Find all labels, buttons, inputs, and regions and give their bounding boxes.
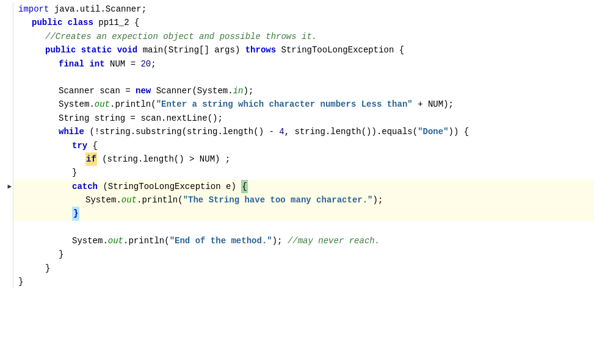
code-text: Scanner(System. xyxy=(151,84,233,98)
line-content: //Creates an expection object and possib… xyxy=(13,30,594,43)
line-content: } xyxy=(13,248,594,261)
code-text: ; xyxy=(151,57,156,71)
code-text: } xyxy=(18,275,23,288)
code-text: (!string.substring(string.length() - xyxy=(84,125,279,138)
code-line: System.out.println("End of the method.")… xyxy=(0,234,594,248)
number-literal: 4 xyxy=(279,125,284,138)
line-gutter xyxy=(0,221,13,234)
code-line: String string = scan.nextLine(); xyxy=(0,112,594,125)
code-line: public class pp11_2 { xyxy=(0,16,594,29)
line-gutter xyxy=(0,112,13,125)
string-literal: "Enter a string which character numbers … xyxy=(156,98,413,111)
code-text: ); xyxy=(272,234,283,248)
line-gutter xyxy=(0,262,13,275)
field-out: out xyxy=(108,234,123,248)
field-in: in xyxy=(233,84,244,98)
line-gutter xyxy=(0,234,13,248)
code-line: final int NUM = 20; xyxy=(0,57,594,71)
code-line-catch: ▶ catch (StringTooLongException e) { xyxy=(0,180,594,193)
line-content: } xyxy=(13,166,594,179)
line-content: public class pp11_2 { xyxy=(13,16,594,29)
code-editor: import java.util.Scanner; public class p… xyxy=(0,0,594,291)
code-line xyxy=(0,221,594,234)
line-gutter xyxy=(0,152,13,166)
code-text: } xyxy=(45,262,50,275)
line-gutter xyxy=(0,98,13,111)
keyword-final: final xyxy=(59,57,84,71)
code-text xyxy=(76,43,81,57)
code-text: (StringTooLongException e) xyxy=(98,180,241,193)
line-content: if (string.length() > NUM) ; xyxy=(13,152,594,166)
code-text: ); xyxy=(243,84,253,98)
code-text xyxy=(62,16,67,29)
code-text: System. xyxy=(85,193,121,207)
code-line: } xyxy=(0,166,594,179)
catch-brace: { xyxy=(241,180,247,193)
code-text: Scanner scan = xyxy=(59,84,136,98)
line-content: Scanner scan = new Scanner(System.in); xyxy=(13,84,594,98)
line-gutter xyxy=(0,30,13,43)
line-content: final int NUM = 20; xyxy=(13,57,594,71)
line-content: } xyxy=(13,262,594,275)
code-text: System. xyxy=(72,234,108,248)
line-gutter: ▶ xyxy=(0,180,13,193)
line-content: while (!string.substring(string.length()… xyxy=(13,125,594,138)
line-gutter xyxy=(0,125,13,138)
code-text: + NUM); xyxy=(413,98,454,111)
code-text: .println( xyxy=(137,193,183,207)
code-text: } xyxy=(72,166,77,179)
code-line xyxy=(0,71,594,84)
line-gutter xyxy=(0,166,13,179)
gutter-arrow: ▶ xyxy=(7,182,12,193)
line-content: public static void main(String[] args) t… xyxy=(13,43,594,57)
code-text: pp11_2 { xyxy=(93,16,140,29)
keyword-if-highlighted: if xyxy=(85,152,97,166)
keyword-while: while xyxy=(59,125,84,138)
line-content xyxy=(13,221,594,234)
line-gutter xyxy=(0,2,13,16)
code-text: )) { xyxy=(449,125,469,138)
code-text: ); xyxy=(373,193,383,207)
code-text: System. xyxy=(59,98,95,111)
line-content: System.out.println("The String have too … xyxy=(13,193,594,207)
keyword-catch: catch xyxy=(72,180,98,193)
keyword-int: int xyxy=(89,57,104,71)
code-text: .println( xyxy=(110,98,156,111)
field-out: out xyxy=(121,193,137,207)
line-content: System.out.println("End of the method.")… xyxy=(13,234,594,248)
line-content xyxy=(13,71,594,84)
code-line: } xyxy=(0,275,594,288)
code-text xyxy=(84,57,89,71)
code-line: Scanner scan = new Scanner(System.in); xyxy=(0,84,594,98)
code-text: main(String[] args) xyxy=(137,43,245,57)
comment-text: //may never reach. xyxy=(283,234,380,248)
code-text: NUM = xyxy=(105,57,141,71)
comment-text: //Creates an expection object and possib… xyxy=(45,30,317,43)
string-literal: "The String have too many character." xyxy=(183,193,373,207)
code-line: if (string.length() > NUM) ; xyxy=(0,152,594,166)
code-line: try { xyxy=(0,139,594,152)
code-line: import java.util.Scanner; xyxy=(0,2,594,16)
number-literal: 20 xyxy=(140,57,151,71)
code-text: String string = scan.nextLine(); xyxy=(59,112,223,125)
line-content: String string = scan.nextLine(); xyxy=(13,112,594,125)
string-literal: "End of the method." xyxy=(170,234,272,248)
line-content: import java.util.Scanner; xyxy=(13,2,594,16)
code-line: } xyxy=(0,248,594,261)
line-gutter xyxy=(0,84,13,98)
code-text: } xyxy=(59,248,63,261)
keyword-static: static xyxy=(81,43,112,57)
code-line: } xyxy=(0,262,594,275)
keyword-new: new xyxy=(136,84,151,98)
line-content: catch (StringTooLongException e) { xyxy=(13,180,594,193)
code-line: while (!string.substring(string.length()… xyxy=(0,125,594,138)
keyword-public: public xyxy=(45,43,76,57)
code-line: System.out.println("Enter a string which… xyxy=(0,98,594,111)
line-content: System.out.println("Enter a string which… xyxy=(13,98,594,111)
keyword-import: import xyxy=(18,2,49,16)
string-literal: "Done" xyxy=(418,125,448,138)
line-gutter xyxy=(0,43,13,57)
code-text: java.util.Scanner; xyxy=(49,2,147,16)
code-text: , string.length()).equals( xyxy=(284,125,418,138)
code-text: { xyxy=(87,139,98,152)
